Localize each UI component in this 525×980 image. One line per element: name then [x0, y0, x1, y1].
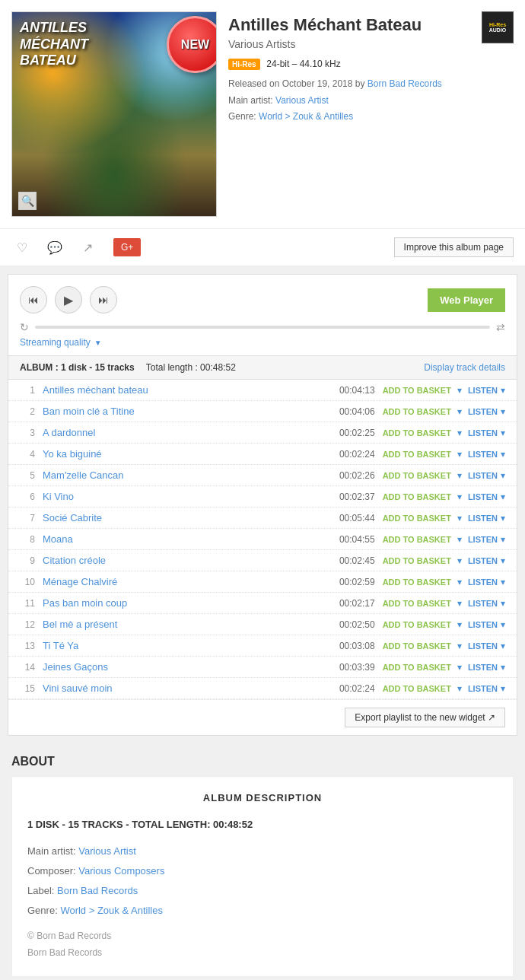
export-button[interactable]: Export playlist to the new widget ↗	[345, 708, 505, 727]
basket-dropdown-button[interactable]: ▾	[457, 598, 462, 609]
listen-button[interactable]: LISTEN	[468, 535, 498, 544]
track-name[interactable]: Ménage Chalviré	[43, 576, 333, 587]
add-to-basket-button[interactable]: ADD TO BASKET	[383, 663, 451, 672]
streaming-quality[interactable]: Streaming quality ▼	[20, 337, 505, 348]
listen-button[interactable]: LISTEN	[468, 556, 498, 565]
listen-button[interactable]: LISTEN	[468, 578, 498, 587]
main-artist-link[interactable]: Various Artist	[275, 95, 329, 106]
add-to-basket-button[interactable]: ADD TO BASKET	[383, 578, 451, 587]
about-main-artist-link[interactable]: Various Artist	[78, 845, 136, 857]
track-name[interactable]: Mam'zelle Cancan	[43, 469, 333, 481]
track-name[interactable]: A dardonnel	[43, 427, 333, 438]
track-name[interactable]: Pas ban moin coup	[43, 597, 333, 609]
add-to-basket-button[interactable]: ADD TO BASKET	[383, 450, 451, 459]
add-to-basket-button[interactable]: ADD TO BASKET	[383, 407, 451, 416]
basket-dropdown-button[interactable]: ▾	[457, 513, 462, 523]
table-row: 3 A dardonnel 00:02:25 ADD TO BASKET ▾ L…	[8, 422, 517, 444]
listen-button[interactable]: LISTEN	[468, 620, 498, 629]
listen-dropdown-button[interactable]: ▾	[501, 534, 505, 545]
basket-dropdown-button[interactable]: ▾	[457, 470, 462, 481]
basket-dropdown-button[interactable]: ▾	[457, 641, 462, 651]
track-name[interactable]: Jeines Gaçons	[43, 661, 333, 673]
label-link[interactable]: Born Bad Records	[368, 78, 442, 89]
listen-dropdown-button[interactable]: ▾	[501, 428, 505, 438]
about-genre-link[interactable]: World > Zouk & Antilles	[60, 905, 163, 916]
genre-link[interactable]: World > Zouk & Antilles	[259, 111, 353, 122]
refresh-icon[interactable]: ↻	[20, 321, 29, 333]
web-player-button[interactable]: Web Player	[428, 288, 505, 312]
basket-dropdown-button[interactable]: ▾	[457, 385, 462, 396]
listen-dropdown-button[interactable]: ▾	[501, 641, 505, 651]
track-name[interactable]: Socié Cabrite	[43, 512, 333, 523]
track-name[interactable]: Moana	[43, 533, 333, 545]
share-icon[interactable]: ↗	[77, 237, 98, 258]
track-name[interactable]: Bel mè a présent	[43, 619, 333, 630]
shuffle-icon[interactable]: ⇄	[496, 321, 505, 333]
add-to-basket-button[interactable]: ADD TO BASKET	[383, 620, 451, 629]
basket-dropdown-button[interactable]: ▾	[457, 406, 462, 417]
prev-button[interactable]: ⏮	[20, 286, 47, 313]
listen-dropdown-button[interactable]: ▾	[501, 470, 505, 481]
listen-dropdown-button[interactable]: ▾	[501, 492, 505, 502]
track-name[interactable]: Ti Té Ya	[43, 640, 333, 651]
improve-button[interactable]: Improve this album page	[394, 237, 514, 257]
listen-dropdown-button[interactable]: ▾	[501, 385, 505, 396]
listen-dropdown-button[interactable]: ▾	[501, 406, 505, 417]
listen-button[interactable]: LISTEN	[468, 663, 498, 672]
basket-dropdown-button[interactable]: ▾	[457, 534, 462, 545]
listen-button[interactable]: LISTEN	[468, 407, 498, 416]
basket-dropdown-button[interactable]: ▾	[457, 492, 462, 502]
basket-dropdown-button[interactable]: ▾	[457, 577, 462, 587]
favorite-icon[interactable]: ♡	[11, 237, 33, 258]
track-name[interactable]: Antilles méchant bateau	[43, 384, 333, 396]
listen-dropdown-button[interactable]: ▾	[501, 555, 505, 566]
track-name[interactable]: Yo ka biguiné	[43, 448, 333, 460]
gplus-button[interactable]: G+	[113, 238, 141, 256]
track-name[interactable]: Citation créole	[43, 555, 333, 566]
next-button[interactable]: ⏭	[90, 286, 117, 313]
basket-dropdown-button[interactable]: ▾	[457, 683, 462, 694]
listen-dropdown-button[interactable]: ▾	[501, 513, 505, 523]
about-label-link[interactable]: Born Bad Records	[57, 885, 138, 896]
listen-button[interactable]: LISTEN	[468, 641, 498, 651]
add-to-basket-button[interactable]: ADD TO BASKET	[383, 492, 451, 501]
add-to-basket-button[interactable]: ADD TO BASKET	[383, 641, 451, 651]
add-to-basket-button[interactable]: ADD TO BASKET	[383, 535, 451, 544]
about-composer-link[interactable]: Various Composers	[78, 865, 164, 877]
basket-dropdown-button[interactable]: ▾	[457, 555, 462, 566]
listen-button[interactable]: LISTEN	[468, 684, 498, 693]
listen-dropdown-button[interactable]: ▾	[501, 598, 505, 609]
listen-button[interactable]: LISTEN	[468, 492, 498, 501]
add-to-basket-button[interactable]: ADD TO BASKET	[383, 599, 451, 608]
listen-dropdown-button[interactable]: ▾	[501, 577, 505, 587]
comment-icon[interactable]: 💬	[44, 237, 65, 258]
listen-button[interactable]: LISTEN	[468, 450, 498, 459]
streaming-quality-dropdown[interactable]: ▼	[94, 339, 102, 347]
track-name[interactable]: Ban moin clé a Titine	[43, 406, 333, 417]
zoom-icon[interactable]: 🔍	[18, 192, 37, 210]
track-name[interactable]: Vini sauvé moin	[43, 682, 333, 694]
listen-dropdown-button[interactable]: ▾	[501, 683, 505, 694]
listen-dropdown-button[interactable]: ▾	[501, 449, 505, 460]
basket-dropdown-button[interactable]: ▾	[457, 619, 462, 630]
add-to-basket-button[interactable]: ADD TO BASKET	[383, 514, 451, 523]
listen-button[interactable]: LISTEN	[468, 599, 498, 608]
track-name[interactable]: Ki Vino	[43, 491, 333, 502]
add-to-basket-button[interactable]: ADD TO BASKET	[383, 386, 451, 395]
add-to-basket-button[interactable]: ADD TO BASKET	[383, 556, 451, 565]
listen-dropdown-button[interactable]: ▾	[501, 619, 505, 630]
listen-button[interactable]: LISTEN	[468, 386, 498, 395]
listen-dropdown-button[interactable]: ▾	[501, 662, 505, 673]
progress-bar-track[interactable]	[35, 326, 490, 329]
basket-dropdown-button[interactable]: ▾	[457, 662, 462, 673]
basket-dropdown-button[interactable]: ▾	[457, 428, 462, 438]
display-details[interactable]: Display track details	[424, 362, 505, 373]
listen-button[interactable]: LISTEN	[468, 471, 498, 480]
listen-button[interactable]: LISTEN	[468, 428, 498, 438]
play-button[interactable]: ▶	[55, 286, 82, 313]
add-to-basket-button[interactable]: ADD TO BASKET	[383, 684, 451, 693]
add-to-basket-button[interactable]: ADD TO BASKET	[383, 471, 451, 480]
listen-button[interactable]: LISTEN	[468, 514, 498, 523]
add-to-basket-button[interactable]: ADD TO BASKET	[383, 428, 451, 438]
basket-dropdown-button[interactable]: ▾	[457, 449, 462, 460]
